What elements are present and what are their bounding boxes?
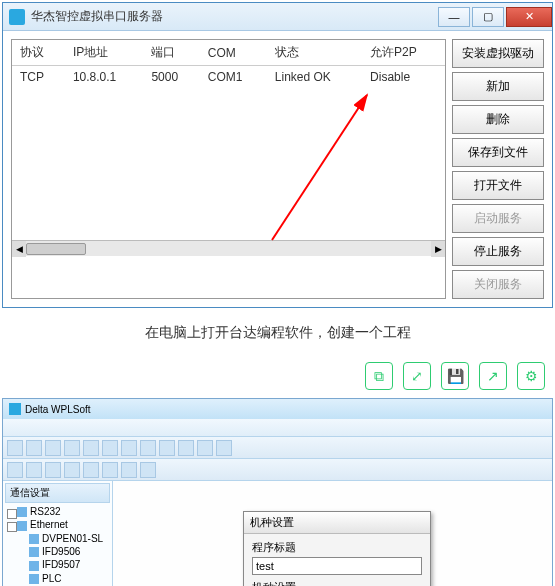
toolbar-row-1: [3, 437, 552, 459]
toolbar-icon[interactable]: [64, 462, 80, 478]
toolbar-icon[interactable]: [83, 462, 99, 478]
add-button[interactable]: 新加: [452, 72, 544, 101]
program-title-input[interactable]: [252, 557, 422, 575]
expand-icon[interactable]: ⤢: [403, 362, 431, 390]
col-protocol: 协议: [12, 40, 65, 66]
toolbar-icon[interactable]: [159, 440, 175, 456]
virtual-serial-server-window: 华杰智控虚拟串口服务器 — ▢ ✕ 协议 IP地址 端口 COM 状态 允: [2, 2, 553, 308]
close-service-button[interactable]: 关闭服务: [452, 270, 544, 299]
toolbar-icon[interactable]: [26, 462, 42, 478]
program-title-label: 程序标题: [252, 540, 422, 555]
action-buttons: 安装虚拟驱动 新加 删除 保存到文件 打开文件 启动服务 停止服务 关闭服务: [452, 39, 544, 299]
cell-protocol: TCP: [12, 66, 65, 89]
toolbar-icon[interactable]: [7, 440, 23, 456]
col-com: COM: [200, 40, 267, 66]
cell-ip: 10.8.0.1: [65, 66, 144, 89]
menubar[interactable]: [3, 419, 552, 437]
table-row[interactable]: TCP 10.8.0.1 5000 COM1 Linked OK Disable: [12, 66, 445, 89]
toolbar-icon[interactable]: [45, 462, 61, 478]
toolbar-icon[interactable]: [121, 462, 137, 478]
device-icon: [29, 547, 39, 557]
dialog-title: 机种设置: [244, 512, 430, 534]
window-title: Delta WPLSoft: [25, 404, 91, 415]
toolbar-icon[interactable]: [140, 440, 156, 456]
tree-dvpen01[interactable]: DVPEN01-SL: [5, 532, 110, 545]
connection-grid: 协议 IP地址 端口 COM 状态 允许P2P TCP 10.8.0.1 500: [11, 39, 446, 299]
titlebar: 华杰智控虚拟串口服务器 — ▢ ✕: [3, 3, 552, 31]
cell-com: COM1: [200, 66, 267, 89]
col-port: 端口: [143, 40, 199, 66]
sidebar: 通信设置 RS232 Ethernet DVPEN01-SL IFD9506 I…: [3, 481, 113, 586]
tree-ethernet[interactable]: Ethernet: [5, 518, 110, 531]
save-file-button[interactable]: 保存到文件: [452, 138, 544, 167]
tree-ifd9507[interactable]: IFD9507: [5, 558, 110, 571]
delete-button[interactable]: 删除: [452, 105, 544, 134]
tree-ifd9506[interactable]: IFD9506: [5, 545, 110, 558]
close-button[interactable]: ✕: [506, 7, 552, 27]
cell-port: 5000: [143, 66, 199, 89]
scroll-thumb[interactable]: [26, 243, 86, 255]
col-ip: IP地址: [65, 40, 144, 66]
app-icon: [9, 403, 21, 415]
start-service-button[interactable]: 启动服务: [452, 204, 544, 233]
toolbar-icon[interactable]: [26, 440, 42, 456]
toolbar-icon[interactable]: [121, 440, 137, 456]
cell-status: Linked OK: [267, 66, 362, 89]
toolbar-icon[interactable]: [64, 440, 80, 456]
toolbar-row-2: [3, 459, 552, 481]
toolbar-icon[interactable]: [7, 462, 23, 478]
window-body: 通信设置 RS232 Ethernet DVPEN01-SL IFD9506 I…: [3, 481, 552, 586]
toolbar-icon[interactable]: [140, 462, 156, 478]
article-toolbar: ⧉ ⤢ 💾 ↗ ⚙: [0, 356, 555, 396]
device-icon: [29, 574, 39, 584]
tree-rs232[interactable]: RS232: [5, 505, 110, 518]
wplsoft-window: Delta WPLSoft 通信设置 RS232 Ethernet DVPEN0…: [2, 398, 553, 586]
device-icon: [29, 534, 39, 544]
device-icon: [29, 561, 39, 571]
col-status: 状态: [267, 40, 362, 66]
app-icon: [9, 9, 25, 25]
main-area: 机种设置 程序标题 机种设置 ES2 ▼ 通信设置: [113, 481, 552, 586]
connection-table[interactable]: 协议 IP地址 端口 COM 状态 允许P2P TCP 10.8.0.1 500: [12, 40, 445, 88]
toolbar-icon[interactable]: [102, 462, 118, 478]
window-body: 协议 IP地址 端口 COM 状态 允许P2P TCP 10.8.0.1 500: [3, 31, 552, 307]
toolbar-icon[interactable]: [102, 440, 118, 456]
tree-plc[interactable]: PLC: [5, 572, 110, 585]
col-p2p: 允许P2P: [362, 40, 445, 66]
stop-service-button[interactable]: 停止服务: [452, 237, 544, 266]
settings-icon[interactable]: ⚙: [517, 362, 545, 390]
net-icon: [17, 521, 27, 531]
share-icon[interactable]: ↗: [479, 362, 507, 390]
toolbar-icon[interactable]: [216, 440, 232, 456]
scroll-left-arrow[interactable]: ◀: [12, 241, 26, 257]
toolbar-icon[interactable]: [83, 440, 99, 456]
copy-icon[interactable]: ⧉: [365, 362, 393, 390]
minimize-button[interactable]: —: [438, 7, 470, 27]
open-file-button[interactable]: 打开文件: [452, 171, 544, 200]
install-driver-button[interactable]: 安装虚拟驱动: [452, 39, 544, 68]
titlebar: Delta WPLSoft: [3, 399, 552, 419]
save-icon[interactable]: 💾: [441, 362, 469, 390]
horizontal-scrollbar[interactable]: ◀ ▶: [12, 240, 445, 256]
port-icon: [17, 507, 27, 517]
toolbar-icon[interactable]: [45, 440, 61, 456]
toolbar-icon[interactable]: [197, 440, 213, 456]
window-controls: — ▢ ✕: [436, 7, 552, 27]
cell-p2p: Disable: [362, 66, 445, 89]
window-title: 华杰智控虚拟串口服务器: [31, 8, 436, 25]
caption-text: 在电脑上打开台达编程软件，创建一个工程: [0, 310, 555, 356]
toolbar-icon[interactable]: [178, 440, 194, 456]
model-settings-dialog: 机种设置 程序标题 机种设置 ES2 ▼ 通信设置: [243, 511, 431, 586]
maximize-button[interactable]: ▢: [472, 7, 504, 27]
model-label: 机种设置: [252, 580, 422, 586]
scroll-right-arrow[interactable]: ▶: [431, 241, 445, 257]
sidebar-title: 通信设置: [5, 483, 110, 503]
